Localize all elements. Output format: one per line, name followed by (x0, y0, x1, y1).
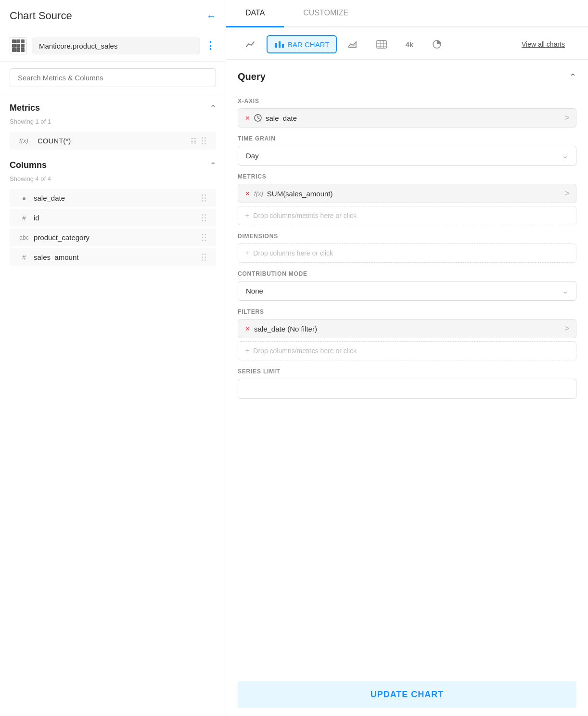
metric-name: COUNT(*) (38, 137, 186, 145)
contribution-mode-select[interactable]: None ⌄ (238, 281, 576, 301)
metric-drag-handle[interactable] (202, 137, 206, 145)
metrics-drop-text: Drop columns/metrics here or click (253, 212, 357, 219)
metric-fx-icon: f(x) (254, 190, 263, 197)
table-chart-button[interactable] (369, 35, 395, 53)
xaxis-clock-icon (254, 114, 262, 122)
metrics-drop-plus-icon: + (245, 211, 249, 220)
time-grain-select[interactable]: Day ⌄ (238, 146, 576, 166)
dimensions-drop-text: Drop columns here or click (253, 249, 333, 257)
update-chart-button[interactable]: UPDATE CHART (238, 681, 576, 708)
metric-tag-arrow-icon: > (565, 189, 569, 198)
filters-drop-zone[interactable]: + Drop columns/metrics here or click (238, 341, 576, 360)
metric-type-label: f(x) (19, 137, 33, 144)
area-chart-button[interactable] (340, 35, 366, 53)
metrics-section-header[interactable]: Metrics ⌃ (0, 94, 226, 118)
metrics-drop-zone[interactable]: + Drop columns/metrics here or click (238, 206, 576, 225)
line-chart-button[interactable] (238, 35, 264, 53)
search-input[interactable] (10, 68, 216, 87)
dimensions-label: DIMENSIONS (238, 233, 576, 240)
metrics-section-title: Metrics (10, 103, 40, 113)
column-drag-handle[interactable] (202, 234, 206, 242)
time-grain-label: TIME GRAIN (238, 135, 576, 142)
query-header[interactable]: Query ⌃ (238, 62, 576, 90)
contribution-mode-label: CONTRIBUTION MODE (238, 270, 576, 277)
metric-item: f(x) COUNT(*) ☷ (10, 132, 216, 150)
xaxis-label: X-AXIS (238, 98, 576, 104)
time-grain-chevron-icon: ⌄ (562, 151, 568, 160)
bar-chart-button[interactable]: BAR CHART (267, 35, 337, 53)
column-name: id (34, 214, 197, 222)
column-drag-handle[interactable] (202, 214, 206, 222)
svg-rect-0 (275, 43, 277, 48)
left-panel: Chart Source ← Manticore.product_sales ⋮ (0, 0, 226, 716)
svg-rect-3 (377, 40, 386, 48)
area-chart-icon (347, 40, 358, 49)
filter-tag[interactable]: ✕ sale_date (No filter) > (238, 319, 576, 338)
columns-section: Columns ⌃ Showing 4 of 4 ● sale_date # i… (0, 152, 226, 268)
metric-tag-value: SUM(sales_amount) (267, 190, 561, 198)
svg-rect-1 (279, 41, 281, 48)
metric-remove-button[interactable]: ✕ (245, 190, 250, 197)
grid-icon (12, 39, 25, 52)
dimensions-drop-plus-icon: + (245, 249, 249, 257)
columns-section-header[interactable]: Columns ⌃ (0, 152, 226, 175)
metrics-tag[interactable]: ✕ f(x) SUM(sales_amount) > (238, 184, 576, 203)
bar-chart-icon (274, 40, 285, 49)
pie-chart-button[interactable] (424, 35, 450, 53)
tab-customize[interactable]: CUSTOMIZE (284, 0, 368, 27)
dimensions-drop-zone[interactable]: + Drop columns here or click (238, 243, 576, 263)
series-limit-field[interactable] (238, 379, 576, 399)
filter-remove-button[interactable]: ✕ (245, 325, 250, 332)
xaxis-remove-button[interactable]: ✕ (245, 115, 250, 122)
clock-icon: ● (19, 194, 29, 202)
datasource-row: Manticore.product_sales ⋮ (0, 30, 226, 62)
columns-showing-label: Showing 4 of 4 (0, 175, 226, 187)
4k-label: 4k (405, 40, 413, 49)
contribution-mode-chevron-icon: ⌄ (562, 286, 568, 295)
chart-source-title: Chart Source (10, 10, 72, 22)
column-name: sales_amount (34, 253, 197, 261)
metrics-showing-label: Showing 1 of 1 (0, 118, 226, 130)
4k-chart-button[interactable]: 4k (397, 36, 421, 53)
xaxis-tag[interactable]: ✕ sale_date > (238, 108, 576, 128)
table-icon[interactable]: ☷ (191, 137, 197, 145)
abc-icon: abc (19, 234, 29, 241)
chart-separator (226, 59, 588, 60)
table-chart-icon (376, 40, 387, 49)
xaxis-arrow-icon: > (565, 114, 569, 122)
columns-section-title: Columns (10, 160, 47, 170)
tab-data[interactable]: DATA (226, 0, 284, 27)
time-grain-value: Day (246, 152, 259, 160)
bar-chart-label: BAR CHART (288, 40, 329, 49)
xaxis-value: sale_date (266, 114, 561, 122)
columns-chevron-icon: ⌃ (210, 161, 216, 170)
column-name: sale_date (34, 194, 197, 202)
datasource-more-button[interactable]: ⋮ (205, 39, 216, 52)
column-item: abc product_category (10, 229, 216, 246)
tab-bar: DATA CUSTOMIZE (226, 0, 588, 27)
datasource-name[interactable]: Manticore.product_sales (32, 38, 200, 54)
column-item: # id (10, 209, 216, 227)
filter-tag-value: sale_date (No filter) (254, 325, 561, 333)
metrics-chevron-icon: ⌃ (210, 103, 216, 113)
column-item: # sales_amount (10, 248, 216, 266)
filters-drop-text: Drop columns/metrics here or click (253, 347, 357, 355)
filters-label: FILTERS (238, 308, 576, 315)
chart-type-bar: BAR CHART 4k (226, 27, 588, 57)
filters-drop-plus-icon: + (245, 346, 249, 355)
column-name: product_category (34, 233, 197, 242)
datasource-icon (10, 37, 27, 54)
line-chart-icon (245, 40, 256, 49)
query-section: Query ⌃ X-AXIS ✕ sale_date > TIME GRAIN … (226, 62, 588, 673)
query-chevron-icon: ⌃ (569, 72, 576, 82)
column-item: ● sale_date (10, 189, 216, 207)
hash-icon: # (19, 254, 29, 261)
column-drag-handle[interactable] (202, 194, 206, 202)
series-limit-label: SERIES LIMIT (238, 368, 576, 375)
svg-line-11 (258, 118, 259, 119)
contribution-mode-value: None (246, 287, 263, 295)
column-drag-handle[interactable] (202, 254, 206, 261)
view-all-charts-link[interactable]: View all charts (522, 37, 576, 52)
search-container (0, 62, 226, 94)
collapse-button[interactable]: ← (206, 11, 216, 22)
